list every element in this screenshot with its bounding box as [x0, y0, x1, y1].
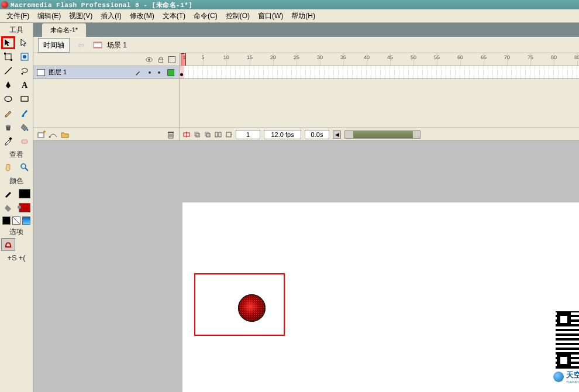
- add-layer-icon[interactable]: [37, 130, 46, 139]
- fill-color-swatch[interactable]: [18, 201, 32, 214]
- layer-icon: [37, 69, 45, 76]
- svg-rect-23: [38, 133, 44, 137]
- svg-point-14: [21, 164, 26, 169]
- timeline-toggle-button[interactable]: 时间轴: [38, 38, 70, 53]
- delete-layer-icon[interactable]: [166, 130, 175, 139]
- pen-tool[interactable]: [1, 78, 15, 91]
- layer-vis-dot[interactable]: [149, 71, 151, 74]
- menu-help[interactable]: 帮助(H): [287, 9, 319, 23]
- brush-tool[interactable]: [18, 106, 32, 119]
- elapsed-time-field: 0.0s: [305, 130, 329, 139]
- text-tool[interactable]: A: [18, 78, 32, 91]
- snap-to-objects-option[interactable]: [1, 238, 15, 251]
- document-tab[interactable]: 未命名-1*: [42, 23, 87, 37]
- subselection-tool[interactable]: [18, 36, 32, 49]
- pencil-tool[interactable]: [1, 106, 15, 119]
- svg-point-11: [27, 129, 29, 131]
- window-title: Macromedia Flash Professional 8 - [未命名-1…: [11, 1, 192, 9]
- watermark-globe-icon: [553, 372, 564, 382]
- back-arrow-icon[interactable]: ⇦: [74, 40, 88, 50]
- zoom-tool[interactable]: [18, 161, 32, 174]
- svg-rect-37: [219, 132, 221, 137]
- toolbox: 工具 A 查看 颜色: [0, 23, 33, 392]
- default-colors-button[interactable]: [2, 216, 11, 225]
- edit-multiple-frames-icon[interactable]: [215, 131, 222, 138]
- paint-bucket-tool[interactable]: [18, 121, 32, 133]
- menu-modify[interactable]: 修改(M): [126, 9, 158, 23]
- rectangle-tool[interactable]: [18, 92, 32, 105]
- selection-tool[interactable]: [1, 36, 15, 49]
- timeline-ruler[interactable]: 151015202530354045505560657075808590: [180, 53, 579, 66]
- menu-view[interactable]: 视图(V): [65, 9, 96, 23]
- svg-point-6: [22, 73, 23, 75]
- ink-bottle-tool[interactable]: [1, 121, 15, 133]
- layer-outline-swatch[interactable]: [167, 69, 174, 76]
- eye-icon[interactable]: [145, 56, 153, 64]
- layer-active-pencil-icon: [135, 69, 142, 76]
- svg-line-5: [5, 67, 12, 74]
- current-frame-field: 1: [236, 130, 260, 139]
- menu-window[interactable]: 窗口(W): [254, 9, 287, 23]
- svg-rect-19: [94, 47, 102, 48]
- svg-rect-32: [195, 132, 198, 136]
- watermark-brand-en: TIANKONGLAN: [566, 380, 579, 384]
- svg-point-8: [5, 97, 12, 102]
- swap-colors-button[interactable]: [22, 216, 30, 225]
- toolbox-section-view: 查看: [1, 150, 32, 160]
- center-frame-icon[interactable]: [183, 131, 190, 138]
- outline-icon[interactable]: [168, 56, 175, 63]
- eraser-tool[interactable]: [18, 135, 32, 147]
- watermark: 天空蓝动漫星空 TIANKONGLAN: [553, 311, 579, 384]
- frame-row[interactable]: [180, 66, 579, 79]
- layer-row[interactable]: 图层 1: [33, 66, 179, 79]
- eyedropper-tool[interactable]: [1, 135, 15, 147]
- qr-code: [556, 311, 580, 369]
- add-folder-icon[interactable]: [60, 130, 70, 139]
- modify-onion-markers-icon[interactable]: [225, 131, 232, 138]
- menu-file[interactable]: 文件(F): [2, 9, 33, 23]
- scene-icon: [93, 40, 102, 50]
- option-placeholder: [18, 238, 32, 251]
- menu-edit[interactable]: 编辑(E): [33, 9, 65, 23]
- menu-text[interactable]: 文本(T): [158, 9, 189, 23]
- layer-name[interactable]: 图层 1: [49, 68, 67, 77]
- app-icon: [1, 1, 8, 8]
- smooth-option-icon[interactable]: +S: [7, 253, 16, 262]
- menu-commands[interactable]: 命令(C): [189, 9, 222, 23]
- svg-point-4: [23, 55, 26, 59]
- timeline-scrollbar[interactable]: [344, 130, 421, 139]
- title-bar: Macromedia Flash Professional 8 - [未命名-1…: [0, 0, 579, 9]
- scroll-left-button[interactable]: ◀: [333, 130, 341, 139]
- svg-rect-38: [226, 132, 231, 137]
- menu-insert[interactable]: 插入(I): [96, 9, 125, 23]
- gradient-transform-tool[interactable]: [18, 50, 32, 63]
- stage-area[interactable]: 天空蓝动漫星空 TIANKONGLAN: [33, 141, 579, 392]
- menu-bar: 文件(F) 编辑(E) 视图(V) 插入(I) 修改(M) 文本(T) 命令(C…: [0, 9, 579, 23]
- stroke-color-swatch[interactable]: [18, 187, 32, 200]
- stroke-color-icon: [1, 187, 15, 200]
- document-tab-bar: 未命名-1*: [33, 23, 579, 37]
- onion-skin-icon[interactable]: [194, 131, 201, 138]
- drawn-oval-shape[interactable]: [238, 294, 266, 322]
- layer-lock-dot[interactable]: [158, 71, 160, 74]
- menu-control[interactable]: 控制(O): [222, 9, 254, 23]
- svg-rect-2: [11, 59, 12, 61]
- layer-panel: 图层 1: [33, 53, 180, 140]
- onion-skin-outlines-icon[interactable]: [204, 131, 211, 138]
- straighten-option-icon[interactable]: +(: [19, 253, 26, 262]
- lock-icon[interactable]: [157, 56, 165, 64]
- svg-rect-16: [5, 246, 11, 247]
- toolbox-section-tools: 工具: [1, 25, 32, 35]
- oval-tool[interactable]: [1, 92, 15, 105]
- no-color-button[interactable]: [12, 216, 20, 225]
- add-motion-guide-icon[interactable]: [49, 130, 58, 139]
- svg-rect-18: [94, 42, 102, 43]
- lasso-tool[interactable]: [18, 64, 32, 77]
- toolbox-section-colors: 颜色: [1, 176, 32, 186]
- line-tool[interactable]: [1, 64, 15, 77]
- hand-tool[interactable]: [1, 161, 15, 174]
- svg-rect-0: [5, 54, 11, 60]
- svg-point-10: [6, 125, 11, 127]
- scene-name[interactable]: 场景 1: [107, 40, 127, 50]
- free-transform-tool[interactable]: [1, 50, 15, 63]
